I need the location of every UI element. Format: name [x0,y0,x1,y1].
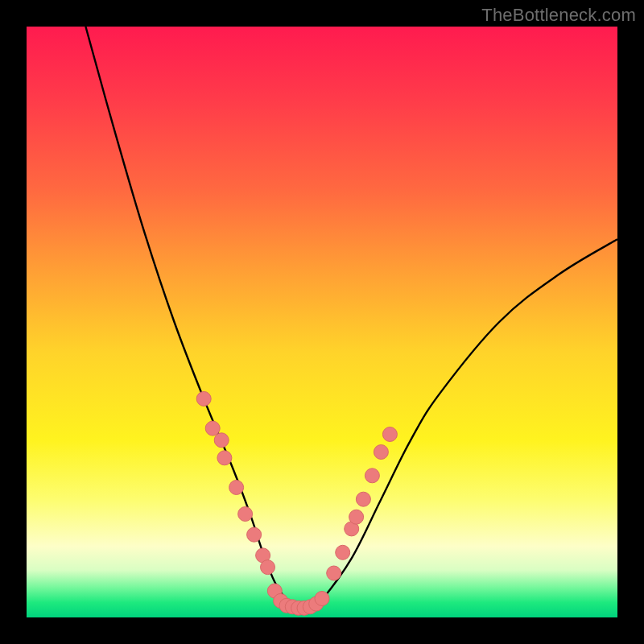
data-point-left-cluster-5 [229,481,244,495]
watermark-text: TheBottleneck.com [481,5,636,26]
data-point-bottom-9 [315,592,329,606]
chart-svg [27,27,617,617]
data-point-right-cluster-6 [365,469,379,483]
data-point-right-cluster-1 [327,566,341,580]
data-point-left-cluster-3 [214,433,229,448]
data-point-left-cluster-4 [217,451,232,465]
data-point-right-cluster-2 [336,545,350,559]
plot-area [27,27,617,617]
data-points [196,391,397,615]
data-point-right-cluster-7 [374,445,388,460]
data-point-right-cluster-8 [382,427,397,442]
data-point-right-cluster-4 [349,510,364,524]
chart-frame: TheBottleneck.com [0,0,644,644]
data-point-right-cluster-5 [356,492,370,506]
data-point-left-cluster-6 [238,507,253,522]
data-point-left-cluster-7 [247,527,262,542]
data-point-left-cluster-2 [205,421,220,436]
data-point-left-cluster-1 [196,391,211,406]
data-point-left-cluster-9 [261,560,275,575]
